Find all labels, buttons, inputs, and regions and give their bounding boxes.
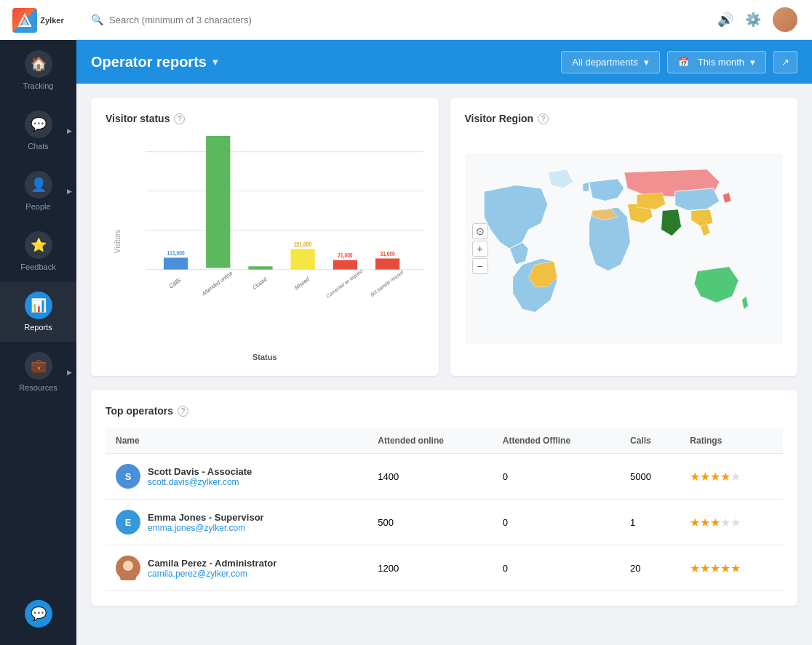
sidebar-resources-label: Resources (19, 383, 57, 392)
table-header-row: Name Attended online Attended Offline Ca… (106, 428, 783, 454)
col-attended-offline: Attended Offline (493, 428, 620, 454)
operator-attended-online: 1200 (367, 545, 493, 591)
operator-email: emma.jones@zylker.com (148, 523, 264, 533)
operator-attended-offline: 0 (493, 454, 620, 500)
sidebar: Zylker 🏠 Tracking 💬 Chats ▶ 👤 People ▶ ⭐… (0, 0, 76, 645)
avatar[interactable] (773, 7, 797, 32)
topbar-actions: 🔊 ⚙️ (717, 7, 797, 32)
sidebar-item-tracking[interactable]: 🏠 Tracking (0, 40, 76, 100)
operator-name: Scott Davis - Associate (148, 466, 252, 477)
map-home-button[interactable]: ⊙ (472, 223, 488, 239)
settings-icon[interactable]: ⚙️ (745, 12, 761, 28)
header-bar: Operator reports ▾ All departments ▾ 📅 T… (76, 40, 812, 84)
department-chevron-icon: ▾ (644, 57, 649, 68)
top-operators-help-icon[interactable]: ? (178, 406, 188, 417)
svg-point-29 (120, 572, 136, 580)
period-dropdown[interactable]: 📅 This month ▾ (667, 51, 766, 73)
logo-icon (12, 8, 37, 33)
reports-icon: 📊 (25, 292, 52, 319)
col-ratings: Ratings (680, 428, 783, 454)
bar-chart-svg: 1,500,000 1,000,000 500,000 0 111,000 Ca… (146, 136, 424, 332)
visitor-region-title: Visitor Region ? (465, 113, 784, 124)
sidebar-item-people[interactable]: 👤 People ▶ (0, 161, 76, 221)
svg-rect-21 (333, 260, 357, 270)
visitor-status-help-icon[interactable]: ? (174, 113, 185, 124)
sidebar-feedback-label: Feedback (20, 263, 55, 271)
department-dropdown[interactable]: All departments ▾ (561, 51, 659, 73)
operator-avatar: E (116, 510, 140, 534)
operator-avatar: S (116, 464, 140, 489)
export-icon: ↗ (781, 57, 789, 68)
operator-attended-offline: 0 (493, 500, 620, 545)
operator-name: Emma Jones - Supervisor (148, 512, 264, 523)
map-zoom-in-button[interactable]: + (472, 241, 488, 257)
svg-rect-18 (291, 249, 315, 270)
svg-text:Attended online: Attended online (202, 269, 234, 297)
svg-rect-13 (206, 136, 230, 268)
map-svg (465, 136, 784, 361)
volume-icon[interactable]: 🔊 (717, 12, 733, 28)
search-icon: 🔍 (91, 14, 103, 25)
header-controls: All departments ▾ 📅 This month ▾ ↗ (561, 51, 797, 73)
svg-text:111,000: 111,000 (167, 249, 185, 257)
sidebar-item-chats[interactable]: 💬 Chats ▶ (0, 100, 76, 161)
operator-rating: ★★★★★ (680, 454, 783, 500)
svg-point-28 (123, 561, 133, 571)
svg-text:Converted as request: Converted as request (326, 268, 364, 300)
sidebar-reports-label: Reports (24, 323, 52, 332)
sidebar-item-chat-button[interactable]: 💬 (0, 590, 76, 638)
operator-email: scott.davis@zylker.com (148, 477, 252, 487)
chat-bubble-icon: 💬 (25, 600, 52, 628)
svg-text:Bot transfer missed: Bot transfer missed (370, 269, 404, 297)
map-zoom-out-button[interactable]: − (472, 258, 488, 274)
operator-avatar (116, 556, 140, 580)
sidebar-tracking-label: Tracking (23, 81, 54, 90)
svg-text:Closed: Closed (252, 276, 268, 292)
period-chevron-icon: ▾ (750, 57, 755, 68)
operators-table: Name Attended online Attended Offline Ca… (106, 428, 783, 591)
rating-stars: ★★★★★ (690, 470, 741, 483)
home-icon: 🏠 (25, 50, 52, 78)
export-button[interactable]: ↗ (773, 51, 797, 73)
sidebar-item-reports[interactable]: 📊 Reports (0, 281, 76, 342)
topbar: 🔍 🔊 ⚙️ (76, 0, 812, 40)
operator-name-cell: E Emma Jones - Supervisor emma.jones@zyl… (106, 500, 367, 545)
rating-stars: ★★★★★ (690, 516, 741, 529)
sidebar-item-feedback[interactable]: ⭐ Feedback (0, 221, 76, 281)
content-area: Visitor status ? Visitors 1,50 (76, 84, 812, 645)
logo-text: Zylker (40, 16, 63, 25)
operator-attended-online: 500 (367, 500, 493, 545)
operator-calls: 5000 (620, 454, 680, 500)
sidebar-people-label: People (25, 202, 50, 211)
svg-rect-24 (375, 258, 399, 269)
operator-name-cell: Camila Perez - Administrator camila.pere… (106, 545, 367, 591)
operator-email: camila.perez@zylker.com (148, 569, 276, 579)
sidebar-chats-label: Chats (28, 142, 49, 151)
sidebar-logo: Zylker (0, 0, 76, 40)
operator-calls: 20 (620, 545, 680, 591)
svg-text:21,000: 21,000 (338, 252, 352, 260)
title-chevron-icon[interactable]: ▾ (212, 56, 218, 68)
svg-text:Missed: Missed (294, 276, 310, 292)
top-operators-title: Top operators ? (106, 405, 783, 417)
col-name: Name (106, 428, 367, 454)
people-chevron-icon: ▶ (67, 188, 72, 195)
table-row: S Scott Davis - Associate scott.davis@zy… (106, 454, 783, 500)
col-attended-online: Attended online (367, 428, 493, 454)
page-title: Operator reports ▾ (91, 54, 561, 71)
col-calls: Calls (620, 428, 680, 454)
rating-stars: ★★★★★ (690, 562, 741, 574)
operator-calls: 1 (620, 500, 680, 545)
visitor-region-help-icon[interactable]: ? (538, 113, 549, 124)
svg-text:Calls: Calls (168, 276, 182, 291)
sidebar-item-resources[interactable]: 💼 Resources ▶ (0, 342, 76, 402)
resources-chevron-icon: ▶ (67, 369, 72, 376)
sidebar-navigation: 🏠 Tracking 💬 Chats ▶ 👤 People ▶ ⭐ Feedba… (0, 40, 76, 590)
search-input[interactable] (109, 15, 313, 25)
chats-chevron-icon: ▶ (67, 127, 72, 135)
operator-rating: ★★★★★ (680, 500, 783, 545)
feedback-icon: ⭐ (25, 231, 52, 259)
visitor-status-card: Visitor status ? Visitors 1,50 (91, 98, 439, 376)
operator-rating: ★★★★★ (680, 545, 783, 591)
operator-name: Camila Perez - Administrator (148, 558, 276, 569)
